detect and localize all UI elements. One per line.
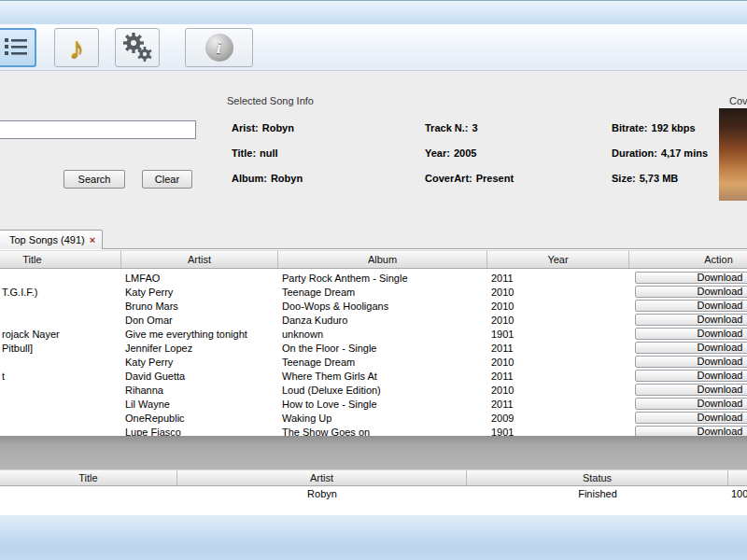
song-title-cell (0, 397, 121, 411)
search-input[interactable] (0, 120, 196, 139)
song-artist-cell: Katy Perry (121, 355, 278, 369)
field-label: CoverArt: (425, 173, 472, 184)
download-button[interactable]: Download (635, 398, 747, 410)
songs-column-header[interactable]: Title (0, 251, 121, 268)
clear-button[interactable]: Clear (142, 170, 192, 189)
field-label: Bitrate: (612, 122, 648, 133)
field-label: Year: (425, 147, 450, 159)
song-album-cell: Loud (Deluxe Edition) (278, 383, 487, 397)
app-window: ♪ (0, 0, 747, 560)
song-year-cell: 2010 (487, 285, 629, 299)
download-status-cell: Finished (467, 486, 728, 501)
download-button[interactable]: Download (635, 412, 747, 424)
downloads-table-header: Title Artist Status (0, 469, 747, 486)
field-label: Album: (232, 173, 267, 184)
settings-button[interactable] (115, 28, 160, 67)
info-button[interactable]: i (185, 28, 253, 67)
song-year-cell: 1901 (487, 327, 629, 341)
download-button[interactable]: Download (635, 384, 747, 396)
downloads-column-header[interactable]: Artist (177, 470, 467, 485)
field-label: Size: (612, 173, 636, 184)
song-year-cell: 2010 (487, 313, 629, 327)
song-row[interactable]: Bruno Mars Doo-Wops & Hooligans 2010 Dow… (0, 299, 747, 313)
song-row[interactable]: Lil Wayne How to Love - Single 2011 Down… (0, 397, 747, 411)
section-divider-band (0, 436, 747, 469)
downloads-column-header[interactable]: Title (0, 470, 177, 485)
song-artist-cell: Jennifer Lopez (121, 341, 278, 355)
song-artist-cell: Rihanna (121, 383, 278, 397)
song-artist-cell: LMFAO (121, 271, 278, 285)
song-row[interactable]: Rihanna Loud (Deluxe Edition) 2010 Downl… (0, 383, 747, 397)
gears-icon (121, 32, 153, 63)
song-action-cell: Download (629, 425, 747, 436)
song-title-cell (0, 383, 121, 397)
tab-top-songs[interactable]: Top Songs (491) × (0, 230, 103, 249)
field-value: Robyn (262, 122, 294, 133)
song-artist-cell: Katy Perry (121, 285, 278, 299)
song-action-cell: Download (629, 327, 747, 341)
song-album-cell: How to Love - Single (278, 397, 487, 411)
songs-column-header[interactable]: Action (629, 251, 747, 268)
info-glyph: i (217, 37, 221, 58)
download-button[interactable]: Download (635, 272, 747, 284)
songs-column-header[interactable]: Artist (121, 251, 278, 268)
music-search-button[interactable]: ♪ (54, 28, 99, 67)
field-label: Title: (232, 147, 256, 159)
song-row[interactable]: T.G.I.F.) Katy Perry Teenage Dream 2010 … (0, 285, 747, 299)
song-title-cell (0, 425, 121, 436)
songs-column-header[interactable]: Year (487, 251, 629, 268)
song-info-field: CoverArt: Present (425, 165, 612, 190)
song-action-cell: Download (629, 271, 747, 285)
tab-close-icon[interactable]: × (90, 235, 95, 245)
song-album-cell: On the Floor - Single (278, 341, 487, 355)
downloads-progress-column-header[interactable] (728, 470, 747, 485)
download-button[interactable]: Download (635, 356, 747, 368)
song-title-cell (0, 355, 121, 369)
song-title-cell: T.G.I.F.) (0, 285, 121, 299)
song-artist-cell: Give me everything tonight (121, 327, 278, 341)
downloads-column-header[interactable]: Status (467, 470, 728, 485)
song-album-cell: The Show Goes on (278, 425, 487, 436)
song-year-cell: 1901 (487, 425, 629, 436)
song-row[interactable]: Don Omar Danza Kuduro 2010 Download (0, 313, 747, 327)
download-button[interactable]: Download (635, 328, 747, 340)
song-row[interactable]: Katy Perry Teenage Dream 2010 Download (0, 355, 747, 369)
songs-table-body: LMFAO Party Rock Anthem - Single 2011 Do… (0, 271, 747, 436)
song-title-cell (0, 271, 121, 285)
song-year-cell: 2011 (487, 369, 629, 383)
song-action-cell: Download (629, 299, 747, 313)
song-artist-cell: Bruno Mars (121, 299, 278, 313)
song-row[interactable]: rojack Nayer Give me everything tonight … (0, 327, 747, 341)
song-row[interactable]: OneRepublic Waking Up 2009 Download (0, 411, 747, 425)
tab-divider (0, 248, 747, 249)
song-action-cell: Download (629, 369, 747, 383)
song-artist-cell: David Guetta (121, 369, 278, 383)
song-row[interactable]: Lupe Fiasco The Show Goes on 1901 Downlo… (0, 425, 747, 436)
song-album-cell: Where Them Girls At (278, 369, 487, 383)
cover-art-image (719, 108, 747, 201)
song-year-cell: 2011 (487, 341, 629, 355)
song-row[interactable]: Pitbull] Jennifer Lopez On the Floor - S… (0, 341, 747, 355)
download-button[interactable]: Download (635, 342, 747, 354)
song-year-cell: 2010 (487, 355, 629, 369)
song-row[interactable]: LMFAO Party Rock Anthem - Single 2011 Do… (0, 271, 747, 285)
songs-column-header[interactable]: Album (278, 251, 487, 268)
song-row[interactable]: t David Guetta Where Them Girls At 2011 … (0, 369, 747, 383)
download-button[interactable]: Download (635, 426, 747, 436)
download-button[interactable]: Download (635, 286, 747, 298)
download-row[interactable]: Robyn Finished 100 (0, 486, 747, 501)
field-label: Arist: (232, 122, 259, 133)
playlist-button[interactable] (0, 28, 36, 67)
song-artist-cell: Lil Wayne (121, 397, 278, 411)
download-button[interactable]: Download (635, 314, 747, 326)
search-button[interactable]: Search (63, 170, 125, 189)
download-button[interactable]: Download (635, 300, 747, 312)
song-year-cell: 2009 (487, 411, 629, 425)
field-value: 2005 (454, 147, 476, 159)
song-action-cell: Download (629, 397, 747, 411)
download-button[interactable]: Download (635, 370, 747, 382)
song-album-cell: Danza Kuduro (278, 313, 487, 327)
window-titlebar[interactable] (0, 0, 747, 24)
songs-table-header: Title Artist Album Year Action (0, 250, 747, 269)
song-info-heading: Selected Song Info (227, 95, 314, 106)
